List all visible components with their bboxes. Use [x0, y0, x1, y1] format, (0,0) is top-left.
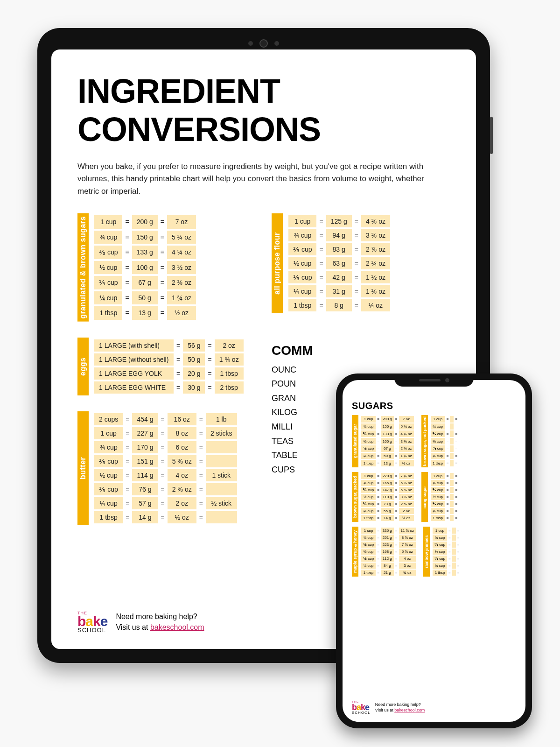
mini-chart-label: brown sugar, not packed	[421, 415, 428, 467]
cell	[450, 416, 454, 423]
cell: 1 LARGE EGG WHITE	[94, 381, 174, 394]
equals: =	[395, 453, 398, 459]
equals: =	[395, 563, 398, 569]
table-row: ⅔ cup==	[431, 487, 458, 493]
table-row: ¾ cup==	[433, 535, 460, 541]
cell	[450, 473, 454, 479]
phone-footer-visit: Visit us at	[375, 708, 394, 712]
table-row: ⅔ cup=147 g=5 ⅛ oz	[361, 487, 414, 493]
mini-chart-table: 1 cup=335 g=11 ⅞ oz¾ cup=251 g=8 ⅞ oz⅔ c…	[360, 527, 417, 577]
cell: 3 ⅜ oz	[361, 229, 390, 241]
mini-chart-table: 1 cup=200 g=7 oz¾ cup=150 g=5 ¼ oz⅔ cup=…	[360, 415, 415, 467]
table-row: 1 tbsp=13 g=½ oz	[94, 306, 196, 320]
table-row: ½ cup=168 g=5 ⅞ oz	[361, 549, 416, 555]
equals: =	[457, 570, 460, 576]
equals: =	[455, 508, 458, 514]
cell: ½ cup	[361, 494, 376, 500]
equals: =	[395, 528, 398, 534]
cell: 1 cup	[94, 427, 123, 439]
cell: ⅔ cup	[288, 243, 316, 255]
equals: =	[395, 549, 398, 555]
equals: =	[446, 501, 449, 507]
table-row: ¼ cup==	[431, 508, 458, 514]
equals: =	[125, 483, 130, 495]
table-row: ⅓ cup=112 g=4 oz	[361, 556, 416, 562]
cell: 150 g	[132, 231, 158, 244]
table-row: ¼ cup=31 g=1 ⅛ oz	[288, 285, 390, 297]
equals: =	[455, 487, 458, 493]
table-row: ⅔ cup==	[431, 430, 458, 437]
footer-link[interactable]: bakeschool.com	[150, 623, 204, 631]
tablet-side-button	[490, 117, 493, 154]
table-row: ⅓ cup==	[431, 445, 458, 452]
cell: ½ cup	[288, 257, 316, 269]
equals: =	[318, 229, 324, 241]
equals: =	[377, 487, 380, 493]
table-row: ⅔ cup=223 g=7 ⅞ oz	[361, 542, 416, 548]
equals: =	[124, 215, 130, 229]
equals: =	[395, 430, 398, 437]
cell: 1 tbsp	[288, 299, 316, 311]
phone-footer-link[interactable]: bakeschool.com	[394, 708, 425, 712]
cell: ½ cup	[361, 438, 376, 444]
cell	[450, 453, 454, 459]
cell: 4 oz	[399, 556, 416, 562]
chart-sugars-label: granulated & brown sugars	[77, 213, 89, 322]
table-row: ⅓ cup=76 g=2 ⅝ oz=	[94, 483, 237, 495]
cell: 5 ⅞ oz	[399, 549, 416, 555]
mini-chart: icing sugar 1 cup==¾ cup==⅔ cup==½ cup==…	[421, 472, 459, 522]
cell: 1 cup	[94, 215, 122, 229]
equals: =	[457, 549, 460, 555]
equals: =	[395, 570, 398, 576]
table-row: ½ cup=63 g=2 ¼ oz	[288, 257, 390, 269]
cell: ¾ cup	[433, 535, 447, 541]
table-row: ¾ cup==	[431, 480, 458, 486]
cell: ¾ cup	[94, 441, 123, 453]
equals: =	[198, 497, 204, 509]
chart-eggs-table: 1 LARGE (with shell)=56 g=2 oz1 LARGE (w…	[92, 338, 245, 395]
equals: =	[455, 453, 458, 459]
cell: ¼ cup	[94, 497, 123, 509]
equals: =	[124, 261, 130, 275]
tablet-camera	[248, 39, 279, 48]
cell: ½ cup	[361, 549, 376, 555]
cell: 1 cup	[361, 528, 376, 534]
equals: =	[354, 285, 359, 297]
phone-notch	[394, 374, 474, 387]
footer-visit: Visit us at	[116, 623, 150, 631]
table-row: ⅔ cup=133 g=4 ¾ oz	[94, 246, 196, 259]
cell: 165 g	[381, 480, 394, 486]
cell: 147 g	[381, 487, 394, 493]
cell: ¼ cup	[361, 563, 376, 569]
cell: 1 ¾ oz	[215, 353, 244, 366]
cell: 2 oz	[399, 508, 414, 514]
cell: 110 g	[381, 494, 394, 500]
equals: =	[377, 473, 380, 479]
equals: =	[455, 438, 458, 444]
chart-flour-table: 1 cup=125 g=4 ⅜ oz¾ cup=94 g=3 ⅜ oz⅔ cup…	[287, 213, 392, 313]
equals: =	[457, 563, 460, 569]
cell: 1 lb	[206, 413, 237, 425]
cell: ¾ cup	[361, 423, 376, 430]
footer-text: Need more baking help? Visit us at bakes…	[116, 612, 204, 633]
table-row: ½ cup==	[433, 549, 460, 555]
mini-chart: brown sugar, packed 1 cup=220 g=7 ¾ oz¾ …	[352, 472, 415, 522]
cell: ¼ cup	[361, 508, 376, 514]
cell: 2 tbsp	[215, 381, 244, 394]
table-row: 1 cup=227 g=8 oz=2 sticks	[94, 427, 237, 439]
cell: 3 ½ oz	[167, 261, 196, 275]
equals: =	[455, 494, 458, 500]
cell: 112 g	[381, 556, 394, 562]
equals: =	[457, 542, 460, 548]
table-row: 1 cup==	[431, 416, 458, 423]
cell: ⅓ cup	[361, 501, 376, 507]
cell	[450, 438, 454, 444]
cell: 56 g	[183, 339, 205, 352]
cell: ¾ cup	[431, 423, 445, 430]
cell: 1 cup	[433, 528, 447, 534]
cell: 2 ⅜ oz	[399, 445, 414, 452]
equals: =	[446, 480, 449, 486]
cell: 3 ½ oz	[399, 438, 414, 444]
cell: ⅔ cup	[431, 430, 445, 437]
cell: ½ oz	[167, 306, 196, 320]
